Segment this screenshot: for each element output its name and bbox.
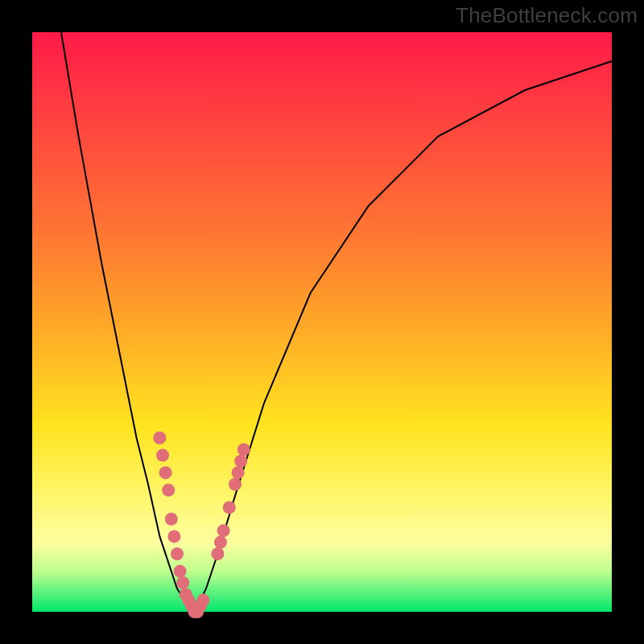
data-marker xyxy=(162,484,175,497)
data-marker xyxy=(229,478,242,491)
data-marker xyxy=(223,501,236,514)
data-marker xyxy=(153,431,166,444)
data-marker xyxy=(171,547,184,560)
data-marker xyxy=(214,536,227,549)
chart-overlay xyxy=(32,32,612,612)
marker-group xyxy=(153,431,250,618)
curve-right xyxy=(195,61,612,612)
data-marker xyxy=(211,547,224,560)
data-marker xyxy=(196,594,209,607)
data-marker xyxy=(174,565,187,578)
chart-frame: TheBottleneck.com xyxy=(0,0,644,644)
curve-group xyxy=(61,32,612,612)
curve-left xyxy=(61,32,195,612)
data-marker xyxy=(217,524,230,537)
data-marker xyxy=(156,449,169,462)
data-marker xyxy=(232,466,245,479)
data-marker xyxy=(165,513,178,526)
data-marker xyxy=(167,530,180,543)
data-marker xyxy=(234,455,247,468)
data-marker xyxy=(159,466,172,479)
watermark-text: TheBottleneck.com xyxy=(456,3,638,28)
data-marker xyxy=(176,576,189,589)
data-marker xyxy=(237,443,250,456)
